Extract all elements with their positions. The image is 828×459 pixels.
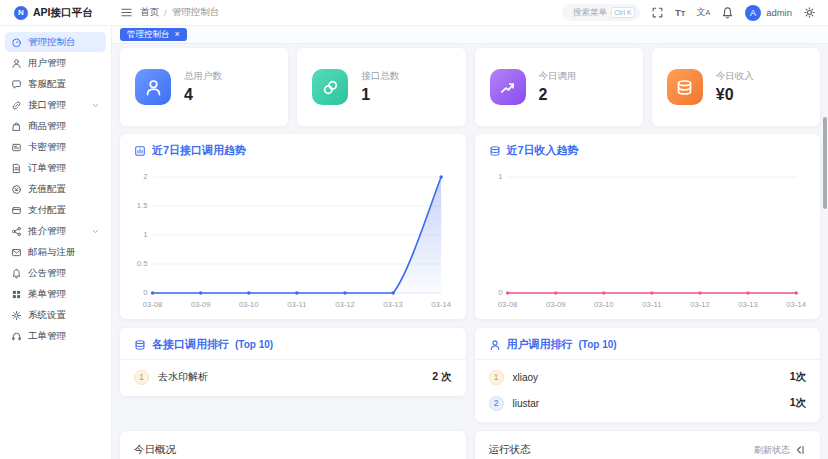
sidebar-item-label: 用户管理 [28, 57, 66, 70]
user-menu[interactable]: A admin [745, 5, 792, 21]
svg-text:03-09: 03-09 [191, 300, 211, 309]
sidebar-item-6[interactable]: 订单管理 [5, 158, 106, 178]
svg-text:03-14: 03-14 [786, 300, 806, 309]
svg-text:03-10: 03-10 [593, 300, 613, 309]
svg-text:03-13: 03-13 [738, 300, 758, 309]
sidebar-item-8[interactable]: 支付配置 [5, 200, 106, 220]
chat-icon [11, 79, 22, 90]
sidebar-item-11[interactable]: 公告管理 [5, 263, 106, 283]
trend-icon [490, 69, 526, 105]
main-area: 管理控制台 × 总用户数4接口总数1今日调用2今日收入¥0 近7日接口调用趋势 … [112, 26, 828, 459]
tab-close-icon[interactable]: × [175, 30, 180, 39]
rank-row: 1去水印解析2 次 [120, 364, 466, 390]
stat-cards-row: 总用户数4接口总数1今日调用2今日收入¥0 [120, 48, 820, 126]
sidebar-item-5[interactable]: 卡密管理 [5, 137, 106, 157]
rank-name: xliaoy [513, 372, 539, 383]
search-input[interactable]: 搜索菜单 Ctrl K [562, 4, 640, 21]
sidebar-item-label: 支付配置 [28, 204, 66, 217]
sidebar-nav: 管理控制台用户管理客服配置接口管理商品管理卡密管理订单管理充值配置支付配置推介管… [0, 26, 112, 459]
sidebar-item-12[interactable]: 菜单管理 [5, 284, 106, 304]
tab-bar: 管理控制台 × [112, 26, 828, 44]
svg-text:03-10: 03-10 [239, 300, 259, 309]
collapse-panel-icon[interactable] [794, 444, 806, 456]
logo-icon: N [14, 6, 28, 20]
sidebar-item-3[interactable]: 接口管理 [5, 95, 106, 115]
api-ranking-list: 1去水印解析2 次 [120, 360, 466, 396]
rank-row: 2liustar1次 [475, 390, 821, 416]
revenue-trend-title: 近7日收入趋势 [507, 143, 579, 158]
stat-label: 今日收入 [716, 70, 754, 83]
card-icon [11, 142, 22, 153]
database-icon [489, 145, 501, 157]
share-icon [11, 226, 22, 237]
svg-text:0: 0 [498, 289, 502, 298]
svg-text:03-08: 03-08 [143, 300, 163, 309]
sidebar-item-4[interactable]: 商品管理 [5, 116, 106, 136]
breadcrumb: 首页 / 管理控制台 [140, 6, 219, 19]
svg-text:03-14: 03-14 [431, 300, 451, 309]
svg-text:03-12: 03-12 [335, 300, 355, 309]
sidebar-item-0[interactable]: 管理控制台 [5, 32, 106, 52]
stat-label: 接口总数 [361, 70, 399, 83]
stat-value: 2 [539, 86, 577, 104]
sidebar-item-13[interactable]: 系统设置 [5, 305, 106, 325]
api-ranking-card: 各接口调用排行 (Top 10) 1去水印解析2 次 [120, 328, 466, 396]
app-title: API接口平台 [33, 6, 93, 20]
breadcrumb-separator: / [164, 7, 167, 18]
sidebar-item-2[interactable]: 客服配置 [5, 74, 106, 94]
svg-text:03-13: 03-13 [383, 300, 403, 309]
user-icon [11, 58, 22, 69]
user-name: admin [766, 7, 792, 18]
today-overview-card: 今日概况 [120, 431, 466, 459]
breadcrumb-home[interactable]: 首页 [140, 6, 159, 19]
collapse-menu-icon[interactable] [120, 6, 133, 19]
stat-value: 1 [361, 86, 399, 104]
sidebar-item-14[interactable]: 工单管理 [5, 326, 106, 346]
gear-icon [11, 310, 22, 321]
database-icon [134, 339, 146, 351]
app-logo: N API接口平台 [0, 6, 112, 20]
translate-icon[interactable]: 文A [696, 6, 710, 19]
sidebar-item-label: 公告管理 [28, 267, 66, 280]
tab-dashboard[interactable]: 管理控制台 × [120, 28, 187, 41]
rank-badge: 1 [489, 370, 504, 385]
svg-text:2: 2 [143, 173, 147, 182]
api-ranking-suffix: (Top 10) [235, 339, 273, 350]
notification-bell-icon[interactable] [721, 6, 734, 19]
document-icon [11, 163, 22, 174]
dashboard-icon [11, 37, 22, 48]
sidebar-item-10[interactable]: 邮箱与注册 [5, 242, 106, 262]
stat-card-0: 总用户数4 [120, 48, 288, 126]
run-status-card: 运行状态 刷新状态 [475, 431, 821, 459]
app-header: N API接口平台 首页 / 管理控制台 搜索菜单 Ctrl K TT 文A A [0, 0, 828, 26]
users-icon [135, 69, 171, 105]
settings-gear-icon[interactable] [803, 6, 816, 19]
stat-label: 今日调用 [539, 70, 577, 83]
call-trend-title: 近7日接口调用趋势 [152, 143, 246, 158]
rank-count: 2 次 [432, 370, 451, 384]
dashboard-content: 总用户数4接口总数1今日调用2今日收入¥0 近7日接口调用趋势 00.511.5… [112, 44, 828, 459]
sidebar-item-7[interactable]: 充值配置 [5, 179, 106, 199]
stat-card-1: 接口总数1 [297, 48, 465, 126]
vertical-scrollbar[interactable] [823, 117, 827, 209]
sidebar-item-1[interactable]: 用户管理 [5, 53, 106, 73]
sidebar-item-label: 管理控制台 [28, 36, 76, 49]
rank-row: 1xliaoy1次 [475, 364, 821, 390]
sidebar-item-9[interactable]: 推介管理 [5, 221, 106, 241]
stat-label: 总用户数 [184, 70, 222, 83]
search-placeholder: 搜索菜单 [573, 7, 607, 19]
svg-text:1: 1 [143, 231, 147, 240]
refresh-status-button[interactable]: 刷新状态 [754, 444, 790, 457]
fullscreen-icon[interactable] [651, 6, 664, 19]
sidebar-item-label: 工单管理 [28, 330, 66, 343]
user-ranking-list: 1xliaoy1次2liustar1次 [475, 360, 821, 422]
user-ranking-card: 用户调用排行 (Top 10) 1xliaoy1次2liustar1次 [475, 328, 821, 422]
bag-icon [11, 121, 22, 132]
rank-name: liustar [513, 398, 540, 409]
svg-text:03-12: 03-12 [690, 300, 710, 309]
link-icon [11, 100, 22, 111]
font-size-icon[interactable]: TT [675, 7, 685, 18]
stat-value: ¥0 [716, 86, 754, 104]
rank-badge: 2 [489, 396, 504, 411]
rank-count: 1次 [790, 370, 806, 384]
